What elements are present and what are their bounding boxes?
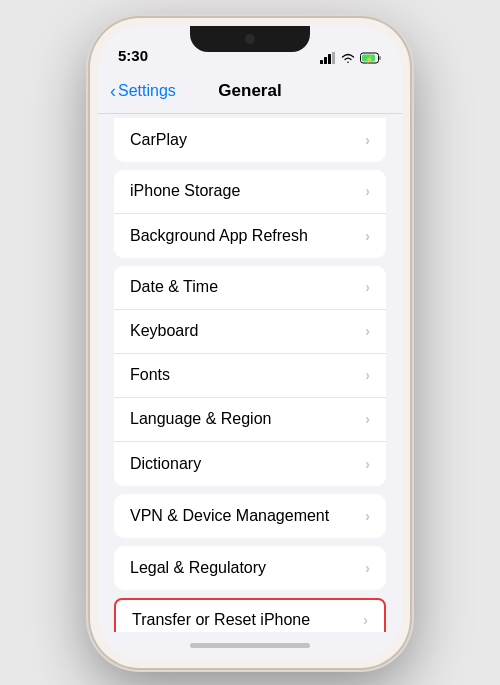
carplay-label: CarPlay — [130, 131, 187, 149]
list-item-background-refresh[interactable]: Background App Refresh › — [114, 214, 386, 258]
keyboard-label: Keyboard — [130, 322, 199, 340]
transfer-reset-label: Transfer or Reset iPhone — [132, 611, 310, 629]
back-label: Settings — [118, 82, 176, 100]
fonts-chevron-icon: › — [365, 367, 370, 383]
list-item-date-time[interactable]: Date & Time › — [114, 266, 386, 310]
phone-frame: 5:30 — [90, 18, 410, 668]
legal-chevron-icon: › — [365, 560, 370, 576]
home-bar — [190, 643, 310, 648]
list-item-transfer-reset[interactable]: Transfer or Reset iPhone › — [114, 598, 386, 632]
date-time-label: Date & Time — [130, 278, 218, 296]
nav-title: General — [218, 81, 281, 101]
iphone-storage-label: iPhone Storage — [130, 182, 240, 200]
camera — [245, 34, 255, 44]
list-item-fonts[interactable]: Fonts › — [114, 354, 386, 398]
list-item-legal[interactable]: Legal & Regulatory › — [114, 546, 386, 590]
svg-text:⚡: ⚡ — [365, 55, 374, 64]
status-time: 5:30 — [118, 47, 148, 64]
fonts-label: Fonts — [130, 366, 170, 384]
iphone-storage-chevron-icon: › — [365, 183, 370, 199]
home-indicator — [98, 632, 402, 660]
nav-bar: ‹ Settings General — [98, 70, 402, 114]
dictionary-chevron-icon: › — [365, 456, 370, 472]
keyboard-chevron-icon: › — [365, 323, 370, 339]
vpn-label: VPN & Device Management — [130, 507, 329, 525]
list-item-vpn[interactable]: VPN & Device Management › — [114, 494, 386, 538]
language-region-label: Language & Region — [130, 410, 271, 428]
content: CarPlay › iPhone Storage › Background Ap… — [98, 114, 402, 632]
section-transfer: Transfer or Reset iPhone › — [114, 598, 386, 632]
dictionary-label: Dictionary — [130, 455, 201, 473]
svg-rect-3 — [332, 52, 335, 64]
notch — [190, 26, 310, 52]
list-item-dictionary[interactable]: Dictionary › — [114, 442, 386, 486]
back-button[interactable]: ‹ Settings — [110, 81, 176, 102]
section-carplay: CarPlay › — [114, 118, 386, 162]
section-datetime: Date & Time › Keyboard › Fonts › Languag… — [114, 266, 386, 486]
legal-label: Legal & Regulatory — [130, 559, 266, 577]
back-chevron-icon: ‹ — [110, 81, 116, 102]
language-region-chevron-icon: › — [365, 411, 370, 427]
battery-icon: ⚡ — [360, 52, 382, 64]
status-icons: ⚡ — [320, 52, 382, 64]
section-legal: Legal & Regulatory › — [114, 546, 386, 590]
svg-rect-1 — [324, 57, 327, 64]
svg-rect-2 — [328, 54, 331, 64]
screen: 5:30 — [98, 26, 402, 660]
section-vpn: VPN & Device Management › — [114, 494, 386, 538]
svg-rect-0 — [320, 60, 323, 64]
background-refresh-chevron-icon: › — [365, 228, 370, 244]
background-refresh-label: Background App Refresh — [130, 227, 308, 245]
vpn-chevron-icon: › — [365, 508, 370, 524]
section-storage: iPhone Storage › Background App Refresh … — [114, 170, 386, 258]
list-item-language-region[interactable]: Language & Region › — [114, 398, 386, 442]
transfer-reset-chevron-icon: › — [363, 612, 368, 628]
svg-rect-5 — [379, 56, 381, 60]
date-time-chevron-icon: › — [365, 279, 370, 295]
list-item-carplay[interactable]: CarPlay › — [114, 118, 386, 162]
wifi-icon — [340, 52, 356, 64]
list-item-iphone-storage[interactable]: iPhone Storage › — [114, 170, 386, 214]
carplay-chevron-icon: › — [365, 132, 370, 148]
signal-icon — [320, 52, 336, 64]
list-item-keyboard[interactable]: Keyboard › — [114, 310, 386, 354]
